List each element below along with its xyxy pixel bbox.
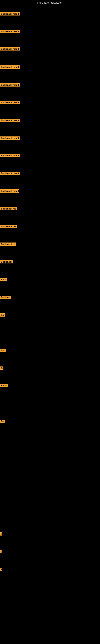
bottleneck-badge[interactable]: Bottle [0,384,8,387]
bottleneck-badge[interactable]: Bottleneck result [0,119,20,122]
bottleneck-badge[interactable]: Bo [0,420,5,423]
bottleneck-badge[interactable]: B [0,366,3,370]
bottleneck-badge[interactable]: E [0,568,2,571]
bottleneck-badge[interactable]: Bottleneck re [0,242,16,246]
bottleneck-badge[interactable]: Bottleneck result [0,154,20,157]
bottleneck-badge[interactable]: Bottleneck result [0,12,20,16]
site-title: TheBottlenecker.com [0,0,100,5]
bottleneck-badge[interactable]: Bottleneck result [0,172,20,175]
bottleneck-badge[interactable]: Bottl [0,278,7,281]
bottleneck-badge[interactable]: Bo [0,313,5,316]
bottleneck-badge[interactable]: Bottleneck result [0,190,19,192]
bottleneck-badge[interactable]: Bottleneck result [0,136,20,140]
bottleneck-badge[interactable]: Bottleneck result [0,47,20,50]
bottleneck-badge[interactable]: Bottleneck result [0,30,20,33]
bottleneck-badge[interactable]: Bot [0,349,6,352]
bottleneck-badge[interactable]: Bottleneck result [0,83,20,86]
bottleneck-badge[interactable]: Bottleneck res [0,207,17,210]
bottleneck-badge[interactable]: Bottleneck [0,260,13,264]
bottleneck-badge[interactable]: | [0,550,2,553]
bottleneck-badge[interactable]: Bottleneck result [0,66,20,69]
bottleneck-badge[interactable]: | [0,532,2,536]
bottleneck-badge[interactable]: Bottlene [0,296,11,299]
bottleneck-badge[interactable]: Bottleneck result [0,101,20,104]
bottleneck-badge[interactable]: Bottleneck res [0,225,17,228]
